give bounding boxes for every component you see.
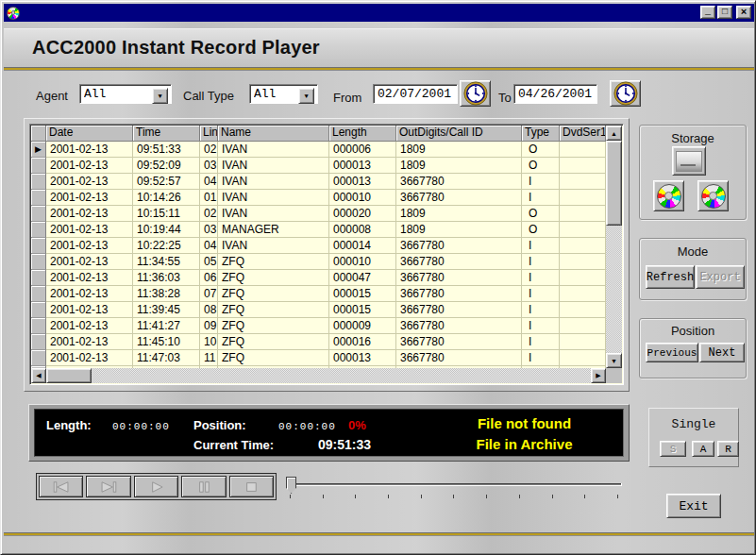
cell: 000047 (329, 270, 396, 286)
cell: 11:45:10 (133, 334, 200, 350)
column-header-name[interactable]: Name (218, 126, 329, 142)
refresh-button[interactable]: Refresh (646, 265, 695, 289)
previous-button[interactable]: Previous (646, 343, 698, 362)
table-row[interactable]: 2001-02-1311:39:4508ZFQ0000153667780I (31, 302, 606, 318)
from-label: From (333, 91, 361, 105)
storage-panel: Storage (639, 125, 747, 220)
play-button[interactable] (134, 476, 178, 497)
column-header-line[interactable]: Line (200, 126, 218, 142)
single-panel: Single S A R (648, 408, 739, 467)
to-date-picker-button[interactable] (610, 80, 641, 107)
row-selector[interactable] (31, 318, 46, 334)
column-header-date[interactable]: Date (46, 126, 133, 142)
cell: 3667780 (396, 286, 522, 302)
row-selector[interactable]: ▶ (31, 142, 46, 158)
position-percent: 0% (348, 418, 366, 432)
table-row[interactable]: 2001-02-1311:47:0311ZFQ0000133667780I (31, 350, 606, 366)
row-selector[interactable] (31, 350, 46, 366)
position-title: Position (640, 324, 746, 338)
row-selector[interactable] (31, 174, 46, 190)
cell: 11:36:03 (133, 270, 200, 286)
table-row[interactable]: 2001-02-1311:34:5505ZFQ0000103667780I (31, 254, 606, 270)
to-date-input[interactable] (513, 84, 597, 104)
cd-storage-button-1[interactable] (653, 180, 684, 211)
scroll-left-button[interactable]: ◀ (31, 368, 46, 383)
vertical-scroll-thumb[interactable] (606, 141, 622, 226)
cell: I (522, 302, 560, 318)
vertical-scrollbar[interactable]: ▲ ▼ (606, 126, 622, 368)
scroll-right-button[interactable]: ▶ (591, 368, 606, 383)
close-button[interactable]: × (736, 6, 751, 19)
table-row[interactable]: 2001-02-1310:14:2601IVAN0000103667780I (31, 190, 606, 206)
cell: ZFQ (218, 270, 329, 286)
cell (560, 318, 606, 334)
horizontal-scroll-thumb[interactable] (46, 368, 92, 383)
pause-button[interactable] (181, 476, 226, 497)
row-selector[interactable] (31, 190, 46, 206)
table-row[interactable]: 2001-02-1311:36:0306ZFQ0000473667780I (31, 270, 606, 286)
cell: 08 (200, 302, 218, 318)
column-header-length[interactable]: Length (329, 126, 396, 142)
row-selector[interactable] (31, 238, 46, 254)
footer-accent-line (4, 532, 754, 536)
cell: ZFQ (218, 286, 329, 302)
call-type-select[interactable]: All ▼ (249, 84, 318, 104)
single-a-button[interactable]: A (692, 441, 714, 457)
row-selector[interactable] (31, 270, 46, 286)
slider-thumb[interactable] (286, 477, 296, 494)
cell: 1809 (396, 222, 522, 238)
table-row[interactable]: 2001-02-1310:19:4403MANAGER0000081809O (31, 222, 606, 238)
agent-select[interactable]: All ▼ (79, 84, 172, 104)
slider-tick (421, 495, 422, 498)
storage-title: Storage (640, 131, 746, 145)
export-button[interactable]: Export (696, 265, 745, 289)
single-s-button[interactable]: S (660, 441, 686, 457)
seek-slider[interactable] (282, 475, 626, 501)
table-row[interactable]: 2001-02-1309:52:0903IVAN0000131809O (31, 158, 606, 174)
row-selector[interactable] (31, 206, 46, 222)
table-row[interactable]: 2001-02-1311:45:1010ZFQ0000163667780I (31, 334, 606, 350)
table-row[interactable]: ▶2001-02-1309:51:3302IVAN0000061809O (31, 142, 606, 158)
scroll-up-button[interactable]: ▲ (606, 126, 622, 141)
column-header-type[interactable]: Type (522, 126, 560, 142)
cell (560, 286, 606, 302)
column-header-dvdser1[interactable]: DvdSer1 (560, 126, 606, 142)
display-screen: Length: 00:00:00 Position: 00:00:00 0% C… (34, 409, 624, 457)
row-selector[interactable] (31, 254, 46, 270)
column-header-outdigits-call-id[interactable]: OutDigits/Call ID (396, 126, 522, 142)
horizontal-scrollbar[interactable]: ◀ ▶ (31, 368, 606, 383)
exit-button[interactable]: Exit (666, 494, 721, 518)
next-button[interactable]: Next (699, 343, 745, 362)
slider-groove[interactable] (288, 483, 622, 486)
row-selector[interactable] (31, 334, 46, 350)
table-row[interactable]: 2001-02-1310:22:2504IVAN0000143667780I (31, 238, 606, 254)
table-row[interactable]: 2001-02-1309:52:5704IVAN0000133667780I (31, 174, 606, 190)
row-selector[interactable] (31, 222, 46, 238)
row-selector[interactable] (31, 286, 46, 302)
skip-end-icon (96, 480, 121, 494)
chevron-down-icon: ▼ (304, 92, 308, 100)
drive-storage-button[interactable] (672, 146, 706, 176)
column-header-time[interactable]: Time (133, 126, 200, 142)
cd-storage-button-2[interactable] (697, 180, 729, 211)
status-message: File not found File in Archive (437, 413, 612, 455)
row-selector[interactable] (31, 158, 46, 174)
from-date-picker-button[interactable] (460, 80, 491, 107)
cell: I (522, 254, 560, 270)
skip-to-start-button[interactable] (39, 476, 83, 497)
stop-button[interactable] (229, 476, 274, 497)
agent-dropdown-button[interactable]: ▼ (152, 88, 168, 104)
table-row[interactable]: 2001-02-1311:41:2709ZFQ0000093667780I (31, 318, 606, 334)
minimize-button[interactable]: _ (700, 6, 715, 19)
call-type-dropdown-button[interactable]: ▼ (298, 88, 314, 104)
single-r-button[interactable]: R (717, 441, 739, 457)
row-selector[interactable] (31, 302, 46, 318)
to-label: To (498, 91, 512, 105)
display-bezel: Length: 00:00:00 Position: 00:00:00 0% C… (28, 404, 630, 462)
scroll-down-button[interactable]: ▼ (606, 353, 622, 368)
from-date-input[interactable] (373, 84, 458, 104)
table-row[interactable]: 2001-02-1310:15:1102IVAN0000201809O (31, 206, 606, 222)
maximize-button[interactable]: □ (717, 6, 732, 19)
skip-to-end-button[interactable] (86, 476, 130, 497)
table-row[interactable]: 2001-02-1311:38:2807ZFQ0000153667780I (31, 286, 606, 302)
